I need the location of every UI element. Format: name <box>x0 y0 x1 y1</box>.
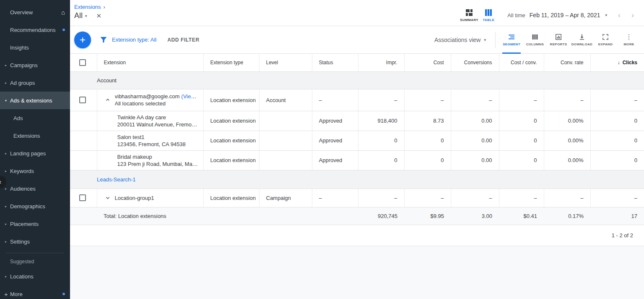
column-header-impr[interactable]: Impr. <box>358 54 404 71</box>
sidebar-item-more[interactable]: + More <box>0 285 70 299</box>
sidebar-item-recommendations[interactable]: Recommendations <box>0 21 70 39</box>
sidebar-item-placements[interactable]: ▸ Placements <box>0 215 70 233</box>
reports-icon <box>555 33 562 41</box>
sidebar-item-landing-pages[interactable]: ▸ Landing pages <box>0 144 70 162</box>
sidebar-item-audiences[interactable]: ▸ Audiences <box>0 180 70 197</box>
cell-level: Account <box>259 89 312 111</box>
cell-cost-conv: 0 <box>499 150 544 170</box>
total-impr: 920,745 <box>358 207 404 225</box>
more-options-button[interactable]: ⋮ MORE <box>617 26 641 54</box>
notification-dot-icon <box>62 29 65 31</box>
column-header-cost[interactable]: Cost <box>404 54 451 71</box>
expand-button[interactable]: EXPAND <box>594 26 617 54</box>
topbar: Extensions› All ▾ ✕ SUMMARY TABLE All ti… <box>70 0 644 26</box>
sidebar-item-label: Audiences <box>10 186 36 192</box>
topbar-right: SUMMARY TABLE All time Feb 11, 2019 – Ap… <box>460 5 634 26</box>
date-next-button[interactable]: › <box>631 11 634 20</box>
cell-conversions: 0.00 <box>451 111 499 131</box>
select-all-checkbox[interactable] <box>79 59 86 66</box>
app-window: Overview ⌂ Recommendations Insights ▸ Ca… <box>0 0 644 299</box>
sidebar-item-demographics[interactable]: ▸ Demographics <box>0 197 70 215</box>
segment-button[interactable]: SEGMENT <box>500 26 523 54</box>
extensions-table: Extension Extension type Level Status Im… <box>70 54 644 246</box>
cell-conversions: – <box>451 189 499 207</box>
sidebar-item-ads-extensions[interactable]: ▾ Ads & extensions <box>0 92 70 109</box>
sidebar-item-ad-groups[interactable]: ▸ Ad groups <box>0 74 70 92</box>
cell-clicks: 0 <box>590 111 644 131</box>
row-checkbox-cell <box>70 150 97 170</box>
cell-level <box>259 131 312 150</box>
close-icon[interactable]: ✕ <box>96 12 102 20</box>
reports-button[interactable]: REPORTS <box>547 26 570 54</box>
chevron-left-icon: ‹ <box>0 178 1 185</box>
sidebar-item-label: Demographics <box>10 203 45 210</box>
more-vert-icon: ⋮ <box>626 33 632 41</box>
row-checkbox-cell <box>70 89 97 111</box>
page-title: All <box>74 11 83 20</box>
column-header-extension[interactable]: Extension <box>97 54 203 71</box>
sidebar-nav: Overview ⌂ Recommendations Insights ▸ Ca… <box>0 0 70 299</box>
sidebar-item-settings[interactable]: ▸ Settings <box>0 233 70 250</box>
sidebar-item-locations[interactable]: ▸ Locations <box>0 268 70 285</box>
filter-icon[interactable] <box>99 36 108 44</box>
cell-impr: – <box>358 189 404 207</box>
column-header-clicks[interactable]: ↓Clicks <box>590 54 644 71</box>
summary-view-button[interactable]: SUMMARY <box>460 8 479 22</box>
table-header-row: Extension Extension type Level Status Im… <box>70 54 644 71</box>
associations-view-dropdown[interactable]: Associations view ▾ <box>434 37 486 43</box>
date-range-picker[interactable]: Feb 11, 2019 – Apr 8, 2021 <box>530 12 600 18</box>
column-header-conv-rate[interactable]: Conv. rate <box>544 54 590 71</box>
expand-row-icon[interactable] <box>101 195 115 200</box>
columns-button[interactable]: COLUMNS <box>523 26 547 54</box>
cell-status: – <box>312 189 358 207</box>
header-checkbox-cell <box>70 54 97 71</box>
sidebar-item-overview[interactable]: Overview ⌂ <box>0 3 70 21</box>
sidebar-item-campaigns[interactable]: ▸ Campaigns <box>0 56 70 74</box>
pagination-row: 1 - 2 of 2 <box>70 225 644 246</box>
breadcrumb: Extensions› <box>74 4 105 10</box>
cell-impr: 0 <box>358 150 404 170</box>
row-checkbox[interactable] <box>79 97 86 103</box>
column-header-extension-type[interactable]: Extension type <box>203 54 259 71</box>
cell-conv-rate: 0.00% <box>544 111 590 131</box>
chevron-right-icon: ▸ <box>3 152 8 155</box>
total-checkbox-cell <box>70 207 97 225</box>
sidebar-section-suggested: Suggested <box>0 256 70 268</box>
chevron-right-icon: ▸ <box>3 169 8 173</box>
column-header-level[interactable]: Level <box>259 54 312 71</box>
cell-cost: 0 <box>404 150 451 170</box>
sidebar-item-keywords[interactable]: ▸ Keywords <box>0 162 70 180</box>
extension-type-filter-chip[interactable]: Extension type: All <box>112 37 156 43</box>
table-icon <box>484 8 493 17</box>
chevron-down-icon[interactable]: ▾ <box>605 13 607 17</box>
chevron-right-icon: ▸ <box>3 222 8 226</box>
summary-label: SUMMARY <box>460 18 478 22</box>
add-filter-button[interactable]: ADD FILTER <box>167 37 199 43</box>
table-row-location-group: Location-group1 Location extension Campa… <box>70 189 644 207</box>
cell-extension: vibhasharma@google.com(View… All locatio… <box>97 89 203 111</box>
collapse-row-icon[interactable] <box>101 97 115 102</box>
sidebar-item-label: Ads & extensions <box>10 97 52 104</box>
view-link[interactable]: (View… <box>181 93 200 100</box>
sidebar-item-insights[interactable]: Insights <box>0 39 70 56</box>
column-header-conversions[interactable]: Conversions <box>451 54 499 71</box>
column-header-status[interactable]: Status <box>312 54 358 71</box>
table-row-bridal: Bridal makeup 123 Prem ji Road, Mumbai, … <box>70 150 644 170</box>
campaign-link[interactable]: Leads-Search-1 <box>97 176 136 183</box>
segment-icon <box>508 33 515 41</box>
download-button[interactable]: DOWNLOAD <box>570 26 594 54</box>
sidebar-item-extensions[interactable]: Extensions <box>0 127 70 144</box>
sort-descending-icon: ↓ <box>618 60 620 66</box>
total-clicks: 17 <box>590 207 644 225</box>
breadcrumb-extensions-link[interactable]: Extensions <box>74 4 101 10</box>
column-header-cost-conv[interactable]: Cost / conv. <box>499 54 544 71</box>
add-extension-button[interactable]: + <box>74 31 91 48</box>
row-checkbox[interactable] <box>79 194 86 201</box>
cell-conversions: 0.00 <box>451 150 499 170</box>
table-view-button[interactable]: TABLE <box>479 8 498 22</box>
date-prev-button[interactable]: ‹ <box>618 11 621 20</box>
chevron-down-icon[interactable]: ▾ <box>85 14 87 18</box>
total-conv-rate: 0.17% <box>544 207 590 225</box>
sidebar-item-ads[interactable]: Ads <box>0 109 70 127</box>
chevron-right-icon: ▸ <box>3 81 8 85</box>
